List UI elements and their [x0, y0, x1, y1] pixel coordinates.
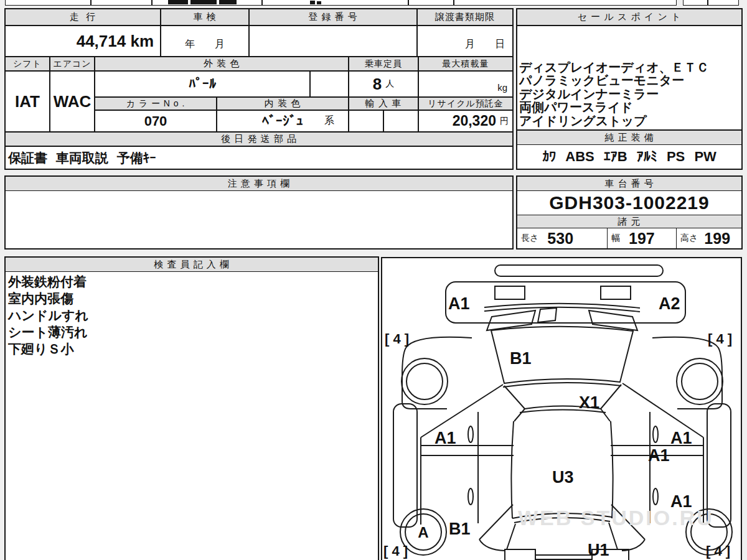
cutoff-text-fragment [190, 0, 217, 4]
transfer-deadline-header: 譲渡書類期限 [417, 9, 513, 26]
door-handle [468, 488, 473, 505]
roof-edge-left [511, 421, 514, 518]
interior-color-value: ﾍﾞｰｼﾞｭ 系 [217, 110, 349, 132]
windshield-side-left [504, 386, 525, 409]
spec-height-value: 199 [704, 230, 730, 248]
color-no-header: カ ラ ー N o . [95, 97, 217, 110]
door-handle [653, 488, 658, 505]
bumper-detail-right [601, 286, 631, 299]
wheel-mark-rear-left: A [418, 524, 428, 541]
inspector-note: 外装鉄粉付着 [8, 273, 378, 290]
front-fender-right [652, 337, 722, 409]
rear-bumper-center [535, 555, 592, 559]
shift-header: シフト [5, 57, 50, 71]
max-load-header: 最大積載量 [418, 57, 513, 71]
damage-label-right-side-top: A1 [670, 429, 692, 447]
windshield-side-right [601, 385, 621, 409]
cutoff-divider [151, 0, 153, 6]
damage-label-rear-left: B1 [449, 520, 471, 538]
cowl-line [484, 307, 640, 312]
cutoff-text-fragment [168, 0, 188, 4]
front-right-wheel [677, 358, 723, 404]
damage-diagram-box: WEB STUDIO.RU [381, 257, 742, 560]
spec-width-cell: 幅 197 [607, 228, 677, 249]
sales-point-item: ディスプレイオーディオ、ＥＴＣ [519, 61, 741, 75]
damage-label-hood: B1 [510, 349, 532, 368]
sales-point-item: デジタルインナーミラー [519, 88, 741, 101]
bumper-detail-left [495, 286, 525, 299]
sales-points-header: セ ー ル ス ポ イ ン ト [517, 9, 742, 26]
roof-front-strip [495, 265, 663, 276]
interior-color-suffix: 系 [324, 114, 334, 128]
watermark: WEB STUDIO.RU [518, 506, 714, 530]
mileage-header: 走 行 [5, 9, 161, 26]
notes-header: 注 意 事 項 欄 [5, 176, 513, 191]
recycle-unit: 円 [500, 116, 509, 127]
cutoff-text-fragment [310, 1, 315, 4]
capacity-unit: 人 [385, 78, 394, 90]
registration-value [249, 26, 417, 57]
interior-color-header: 内 装 色 [217, 97, 349, 110]
recycle-amount: 20,320 [453, 113, 496, 129]
inspector-note: 下廻りＳ小 [8, 340, 378, 357]
tire-depth-rear-right: [ 4 ] [706, 543, 730, 559]
later-parts-value: 保証書 車両取説 予備ｷｰ [5, 146, 513, 169]
spec-width-label: 幅 [611, 233, 620, 244]
front-right-wheel-inner [682, 363, 718, 399]
recycle-header: リサイクル預託金 [418, 97, 513, 110]
cutoff-cell [683, 0, 708, 6]
equipment-value: ｶﾜ ABS ｴｱB ｱﾙﾐ PS PW [517, 144, 742, 169]
front-left-wheel-inner [406, 363, 443, 399]
specs-header: 諸 元 [517, 215, 742, 228]
front-bumper [446, 282, 685, 323]
damage-label-windshield: X1 [579, 393, 599, 412]
transfer-deadline-value: 月 日 [417, 26, 513, 57]
import-car-header: 輸 入 車 [349, 97, 418, 110]
damage-label-front-left: A1 [448, 294, 470, 313]
recycle-value-cell: 20,320 円 [418, 110, 513, 132]
spec-height-cell: 高さ 199 [676, 228, 742, 249]
auction-sheet: 走 行 車 検 登 録 番 号 譲渡書類期限 44,714 km 年 月 月 日… [0, 0, 747, 560]
hood-bottom-line [503, 383, 621, 387]
import-car-cell-1 [349, 110, 383, 132]
capacity-value: 8 人 [349, 71, 418, 97]
damage-label-right-side-mid: A1 [648, 446, 670, 465]
tire-depth-front-right: [ 4 ] [708, 331, 732, 347]
spec-length-value: 530 [547, 230, 573, 248]
inspector-note: 室内内張傷 [8, 290, 378, 307]
door-handle [468, 426, 473, 442]
inspector-note: ハンドルすれ [8, 307, 378, 324]
side-step-left [393, 404, 417, 527]
exterior-color-header: 外 装 色 [95, 57, 349, 71]
equipment-header: 純 正 装 備 [517, 130, 742, 145]
interior-color-name: ﾍﾞｰｼﾞｭ [262, 113, 303, 129]
capacity-number: 8 [373, 75, 382, 94]
rear-bumper-left [505, 549, 535, 560]
cutoff-cell [708, 0, 739, 6]
aircon-header: エアコン [50, 57, 95, 71]
import-car-cell-2 [383, 110, 418, 132]
inspector-note: シート薄汚れ [8, 324, 378, 340]
sales-point-item: 両側パワースライド [519, 101, 741, 114]
cutoff-text-fragment [219, 0, 237, 4]
mileage-value: 44,714 km [5, 26, 161, 57]
max-load-value: kg [418, 71, 513, 97]
spec-width-value: 197 [629, 230, 655, 248]
spec-length-label: 長さ [521, 233, 538, 244]
inspector-body: 外装鉄粉付着 室内内張傷 ハンドルすれ シート薄汚れ 下廻りＳ小 [5, 271, 378, 560]
damage-label-rear: U1 [588, 541, 609, 559]
sales-point-item: アイドリングストップ [519, 114, 741, 128]
shaken-header: 車 検 [161, 9, 249, 26]
color-no-value: 070 [95, 110, 217, 132]
spec-length-cell: 長さ 530 [517, 228, 608, 249]
roof-edge-right [611, 421, 613, 518]
registration-header: 登 録 番 号 [249, 9, 417, 26]
aircon-value: WAC [50, 71, 95, 132]
front-left-wheel [402, 358, 448, 404]
cutoff-divider [261, 0, 263, 6]
a-pillar-left [421, 385, 503, 437]
vent-glass-center [538, 308, 557, 322]
rear-corner-left [479, 539, 505, 551]
cutoff-divider [90, 0, 92, 6]
cutoff-cell [5, 0, 677, 6]
